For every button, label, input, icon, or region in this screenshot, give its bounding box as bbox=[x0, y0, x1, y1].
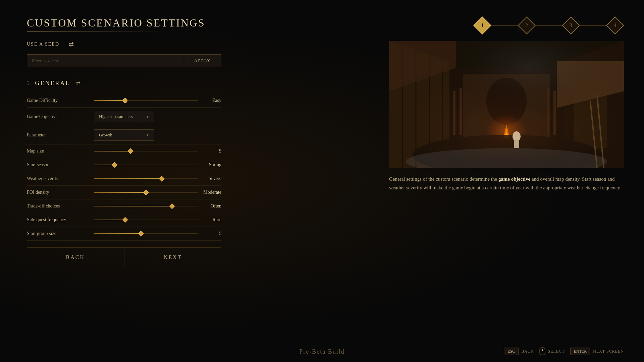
step-4-diamond[interactable]: 4 bbox=[606, 17, 624, 34]
section-header: 1. General ⇄ bbox=[27, 79, 221, 87]
setting-value-weather-severity: Severe bbox=[198, 176, 221, 181]
weather-severity-slider[interactable] bbox=[94, 175, 198, 182]
description-text: General settings of the custom scenario … bbox=[389, 175, 624, 192]
setting-control-poi-density bbox=[94, 189, 198, 196]
step-2-number: 2 bbox=[525, 22, 528, 28]
slider-track bbox=[94, 100, 198, 101]
slider-thumb[interactable] bbox=[159, 176, 164, 182]
slider-fill bbox=[94, 178, 162, 179]
start-season-slider[interactable] bbox=[94, 162, 198, 168]
setting-control-side-quest bbox=[94, 217, 198, 223]
slider-track bbox=[94, 165, 198, 165]
setting-label-parameter: Parameter bbox=[27, 132, 94, 138]
setting-row-map-size: Map size S bbox=[27, 144, 221, 158]
setting-row-parameter: Parameter Growth ▼ bbox=[27, 126, 221, 144]
setting-control-game-objective: Highest parameters ▼ bbox=[94, 111, 221, 122]
seed-input[interactable] bbox=[27, 54, 184, 67]
setting-label-map-size: Map size bbox=[27, 148, 94, 154]
setting-row-start-season: Start season Spring bbox=[27, 158, 221, 172]
seed-label: Use a Seed: bbox=[27, 42, 61, 47]
slider-thumb[interactable] bbox=[122, 217, 128, 223]
setting-label-game-difficulty: Game Difficulty bbox=[27, 98, 94, 103]
section-title: General bbox=[35, 80, 70, 87]
game-difficulty-slider[interactable] bbox=[94, 97, 198, 104]
settings-list: Game Difficulty Easy Game Objective High… bbox=[27, 94, 221, 241]
poi-density-slider[interactable] bbox=[94, 189, 198, 196]
seed-section: Use a Seed: ⇄ bbox=[27, 40, 221, 49]
slider-fill bbox=[94, 151, 130, 152]
esc-key: ESC bbox=[504, 348, 519, 355]
setting-row-trade-off: Trade-off choices Often bbox=[27, 199, 221, 213]
setting-value-trade-off: Often bbox=[198, 203, 221, 209]
esc-label: Back bbox=[521, 349, 534, 354]
slider-fill bbox=[94, 233, 141, 234]
slider-track bbox=[94, 233, 198, 234]
slider-track bbox=[94, 151, 198, 152]
map-size-slider[interactable] bbox=[94, 148, 198, 155]
parameter-dropdown[interactable]: Growth ▼ bbox=[94, 129, 154, 141]
seed-input-row: Apply bbox=[27, 54, 221, 67]
slider-track bbox=[94, 192, 198, 193]
page-title: Custom Scenario Settings bbox=[27, 17, 221, 29]
parameter-value: Growth bbox=[99, 132, 112, 138]
setting-row-game-difficulty: Game Difficulty Easy bbox=[27, 94, 221, 108]
setting-label-start-season: Start season bbox=[27, 162, 94, 168]
next-button[interactable]: Next bbox=[124, 248, 222, 266]
preview-image bbox=[389, 41, 624, 168]
setting-control-trade-off bbox=[94, 203, 198, 209]
setting-control-game-difficulty bbox=[94, 97, 198, 104]
setting-value-side-quest: Rare bbox=[198, 217, 221, 223]
setting-row-weather-severity: Weather severity Severe bbox=[27, 172, 221, 186]
step-connector-1 bbox=[491, 25, 518, 26]
right-panel: 1 2 3 4 bbox=[389, 17, 624, 192]
slider-thumb[interactable] bbox=[138, 231, 144, 237]
slider-thumb[interactable] bbox=[143, 190, 149, 195]
setting-control-map-size bbox=[94, 148, 198, 155]
slider-thumb[interactable] bbox=[112, 162, 118, 168]
hint-mouse: Select bbox=[539, 347, 565, 355]
slider-thumb[interactable] bbox=[123, 98, 127, 103]
step-3-number: 3 bbox=[570, 22, 572, 28]
mouse-icon bbox=[539, 347, 545, 355]
step-3: 3 bbox=[562, 17, 580, 34]
left-panel: Custom Scenario Settings Use a Seed: ⇄ A… bbox=[27, 17, 221, 266]
slider-fill bbox=[94, 100, 125, 101]
setting-value-start-group: 5 bbox=[198, 231, 221, 236]
title-underline bbox=[27, 31, 168, 32]
setting-row-side-quest: Side quest frequency Rare bbox=[27, 213, 221, 227]
slider-track bbox=[94, 220, 198, 220]
trade-off-slider[interactable] bbox=[94, 203, 198, 209]
setting-label-trade-off: Trade-off choices bbox=[27, 203, 94, 209]
setting-value-start-season: Spring bbox=[198, 162, 221, 168]
setting-label-weather-severity: Weather severity bbox=[27, 176, 94, 181]
back-button[interactable]: Back bbox=[27, 248, 124, 266]
shuffle-icon[interactable]: ⇄ bbox=[67, 40, 76, 49]
setting-control-parameter: Growth ▼ bbox=[94, 129, 221, 141]
slider-thumb[interactable] bbox=[127, 148, 133, 154]
slider-fill bbox=[94, 192, 146, 193]
step-2: 2 bbox=[518, 17, 535, 34]
apply-button[interactable]: Apply bbox=[184, 54, 221, 67]
start-group-slider[interactable] bbox=[94, 230, 198, 237]
slider-fill bbox=[94, 220, 125, 220]
description-before: General settings of the custom scenario … bbox=[389, 176, 498, 182]
mouse-label: Select bbox=[548, 349, 565, 354]
enter-label: Next Screen bbox=[593, 349, 624, 354]
bottom-buttons: Back Next bbox=[27, 247, 221, 266]
step-4: 4 bbox=[606, 17, 624, 34]
section-shuffle-icon[interactable]: ⇄ bbox=[74, 79, 83, 87]
step-2-diamond[interactable]: 2 bbox=[518, 17, 535, 34]
step-1-number: 1 bbox=[481, 22, 484, 28]
setting-value-poi-density: Moderate bbox=[198, 190, 221, 195]
step-connector-3 bbox=[580, 25, 606, 26]
hint-enter: ENTER Next Screen bbox=[570, 348, 624, 355]
side-quest-slider[interactable] bbox=[94, 217, 198, 223]
step-3-diamond[interactable]: 3 bbox=[562, 17, 580, 34]
setting-value-game-difficulty: Easy bbox=[198, 98, 221, 103]
setting-row-poi-density: POI density Moderate bbox=[27, 186, 221, 199]
step-1-diamond[interactable]: 1 bbox=[474, 17, 491, 34]
game-objective-dropdown[interactable]: Highest parameters ▼ bbox=[94, 111, 154, 122]
slider-thumb[interactable] bbox=[169, 203, 175, 209]
enter-key: ENTER bbox=[570, 348, 591, 355]
progress-steps: 1 2 3 4 bbox=[389, 17, 624, 34]
